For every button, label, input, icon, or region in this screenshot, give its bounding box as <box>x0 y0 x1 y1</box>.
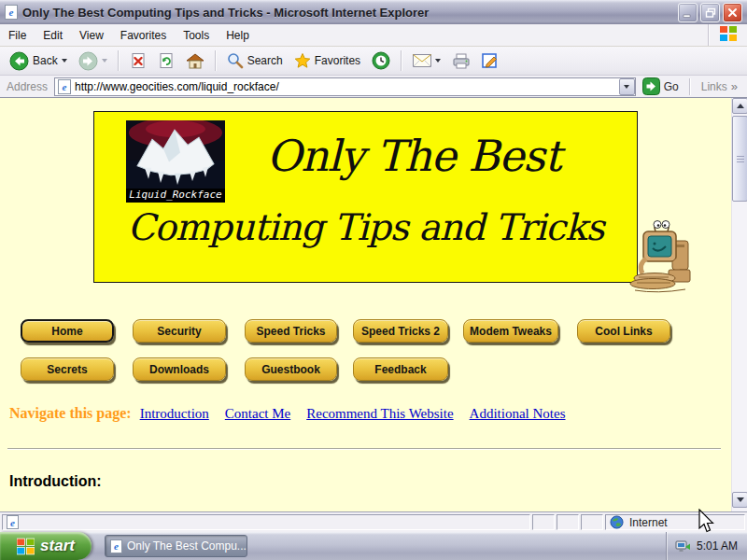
menu-bar: FileEditViewFavoritesToolsHelp <box>0 24 747 47</box>
go-icon <box>642 77 660 95</box>
go-label: Go <box>664 80 679 93</box>
restore-button[interactable] <box>700 3 720 22</box>
page-link[interactable]: Recommend This Website <box>306 406 453 421</box>
stop-button[interactable] <box>125 50 151 71</box>
edit-icon <box>482 53 499 69</box>
nav-button[interactable]: Downloads <box>133 357 226 381</box>
chevron-double-icon[interactable]: » <box>727 79 744 93</box>
banner-title-line1: Only The Best <box>242 131 585 181</box>
status-zone-pane: Internet <box>605 514 745 530</box>
nav-button[interactable]: Guestbook <box>245 357 337 381</box>
logo-caption: Liquid_Rockface <box>126 189 225 203</box>
nav-button[interactable]: Home <box>21 319 114 343</box>
vertical-scrollbar[interactable] <box>731 98 747 511</box>
mail-button[interactable] <box>408 52 445 69</box>
favorites-button[interactable]: Favorites <box>289 50 365 71</box>
task-label: Only The Best Compu... <box>127 539 247 553</box>
ie-window: e Only The Best Computing Tips and Trick… <box>0 0 747 560</box>
system-tray: 5:01 AM <box>666 532 747 560</box>
address-dropdown-button[interactable] <box>619 78 635 95</box>
favorites-label: Favorites <box>315 54 360 67</box>
nav-button-row-2: SecretsDownloadsGuestbookFeedback <box>0 357 728 383</box>
menu-items: FileEditViewFavoritesToolsHelp <box>0 25 258 46</box>
scrollbar-thumb[interactable] <box>732 116 747 202</box>
home-button[interactable] <box>181 50 209 72</box>
search-label: Search <box>247 54 283 67</box>
page-content: Liquid_Rockface Only The Best Computing … <box>0 98 747 511</box>
menu-item[interactable]: Tools <box>175 25 218 46</box>
arrow-down-icon <box>737 497 744 502</box>
menu-item[interactable]: Edit <box>35 25 71 46</box>
nav-button[interactable]: Speed Tricks 2 <box>353 319 448 343</box>
start-button[interactable]: start <box>0 532 92 560</box>
nav-button[interactable]: Cool Links <box>577 319 670 343</box>
scroll-up-button[interactable] <box>732 98 747 114</box>
network-tray-icon[interactable] <box>675 539 691 553</box>
menu-item[interactable]: Help <box>218 25 258 46</box>
address-input[interactable]: e http://www.geocities.com/liquid_rockfa… <box>54 77 636 96</box>
edit-button[interactable] <box>477 51 503 71</box>
home-icon <box>186 52 204 70</box>
history-button[interactable] <box>367 49 395 72</box>
page-link[interactable]: Contact Me <box>225 406 290 421</box>
ie-task-icon: e <box>110 539 122 553</box>
address-url[interactable]: http://www.geocities.com/liquid_rockface… <box>75 80 615 93</box>
mail-icon <box>413 54 431 67</box>
nav-button[interactable]: Secrets <box>21 357 114 381</box>
print-button[interactable] <box>447 51 475 71</box>
address-bar: Address e http://www.geocities.com/liqui… <box>0 76 747 98</box>
iceberg-icon <box>126 120 225 189</box>
taskbar-task-button[interactable]: e Only The Best Compu... <box>105 535 247 557</box>
nav-button[interactable]: Feedback <box>353 357 448 381</box>
toolbar-divider <box>401 50 402 71</box>
taskbar-clock[interactable]: 5:01 AM <box>697 539 738 553</box>
banner-title-line2: Computing Tips and Tricks <box>96 206 635 248</box>
scroll-down-button[interactable] <box>732 492 747 508</box>
back-button[interactable]: Back <box>5 49 72 73</box>
search-button[interactable]: Search <box>222 50 288 71</box>
nav-button[interactable]: Modem Tweaks <box>463 319 558 343</box>
document-icon: e <box>7 515 19 529</box>
restore-icon <box>705 7 716 18</box>
refresh-icon <box>158 52 175 69</box>
back-dropdown-icon[interactable] <box>62 59 67 63</box>
internet-globe-icon <box>610 515 624 529</box>
refresh-button[interactable] <box>153 50 179 71</box>
menu-item[interactable]: Favorites <box>112 25 175 46</box>
links-label[interactable]: Links <box>695 80 727 93</box>
divider <box>7 448 721 450</box>
address-divider <box>689 78 691 95</box>
forward-dropdown-icon[interactable] <box>102 59 107 63</box>
title-bar: e Only The Best Computing Tips and Trick… <box>0 0 747 24</box>
mail-dropdown-icon[interactable] <box>435 59 441 63</box>
page-link[interactable]: Additional Notes <box>470 406 566 421</box>
nav-button[interactable]: Speed Tricks <box>245 319 337 343</box>
forward-button[interactable] <box>74 49 112 73</box>
navigate-label: Navigate this page: <box>9 405 132 422</box>
start-label: start <box>40 537 75 555</box>
forward-icon <box>78 51 98 71</box>
back-label: Back <box>33 54 58 67</box>
page-navigation: Navigate this page: IntroductionContact … <box>9 405 582 422</box>
menu-item[interactable]: File <box>0 25 35 46</box>
close-icon <box>727 7 738 18</box>
nav-button-row-1: HomeSecuritySpeed TricksSpeed Tricks 2Mo… <box>0 319 728 344</box>
favorites-star-icon <box>294 52 311 69</box>
computer-clipart <box>627 219 698 296</box>
menu-item[interactable]: View <box>71 25 112 46</box>
arrow-up-icon <box>737 104 744 108</box>
address-label: Address <box>3 80 54 93</box>
taskbar: start e Only The Best Compu... 5:01 AM <box>0 532 747 560</box>
site-banner: Liquid_Rockface Only The Best Computing … <box>93 111 638 283</box>
ie-logo-icon: e <box>5 5 18 20</box>
windows-flag-icon <box>710 25 747 46</box>
page-link[interactable]: Introduction <box>140 406 209 421</box>
print-icon <box>452 53 471 69</box>
minimize-button[interactable] <box>678 3 698 22</box>
go-button[interactable]: Go <box>636 77 685 95</box>
page-links: IntroductionContact MeRecommend This Web… <box>140 405 582 422</box>
status-pane <box>557 514 579 530</box>
stop-icon <box>130 52 147 69</box>
close-button[interactable] <box>723 3 742 22</box>
nav-button[interactable]: Security <box>133 319 226 343</box>
